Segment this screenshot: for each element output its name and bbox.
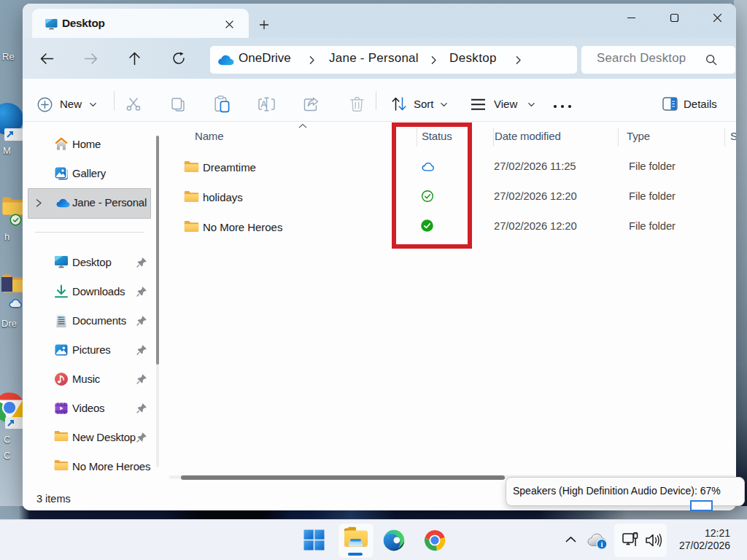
svg-text:i: i: [601, 540, 603, 548]
